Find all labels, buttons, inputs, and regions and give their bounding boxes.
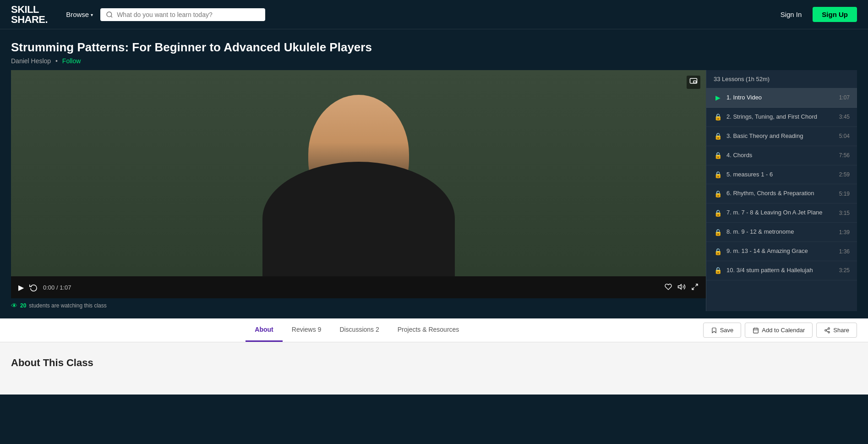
lock-icon: 🔒 bbox=[714, 267, 722, 274]
about-title: About This Class bbox=[11, 357, 857, 369]
play-circle-icon: ▶ bbox=[714, 94, 722, 101]
playlist-item-title: 6. Rhythm, Chords & Preparation bbox=[726, 190, 835, 197]
playlist-list: ▶1. Intro Video1:07🔒2. Strings, Tuning, … bbox=[706, 88, 857, 299]
video-section: ▶ 0:00 / 1:07 bbox=[11, 70, 857, 311]
add-to-calendar-button[interactable]: Add to Calendar bbox=[745, 323, 813, 338]
video-frame bbox=[11, 70, 706, 276]
playlist-item-title: 10. 3/4 stum pattern & Hallelujah bbox=[726, 267, 835, 274]
lock-icon: 🔒 bbox=[714, 229, 722, 236]
navbar: SKILL SHARE. Browse ▾ Sign In Sign Up bbox=[0, 0, 868, 29]
lock-icon: 🔒 bbox=[714, 209, 722, 217]
playlist-item-duration: 2:59 bbox=[839, 171, 850, 178]
svg-point-11 bbox=[828, 328, 830, 329]
chevron-down-icon: ▾ bbox=[91, 12, 93, 17]
playlist-item-title: 4. Chords bbox=[726, 152, 835, 159]
playlist-item[interactable]: 🔒10. 3/4 stum pattern & Hallelujah3:25 bbox=[706, 261, 857, 280]
playlist-item[interactable]: 🔒6. Rhythm, Chords & Preparation5:19 bbox=[706, 184, 857, 203]
playlist-item-duration: 5:19 bbox=[839, 191, 850, 197]
save-button[interactable]: Save bbox=[703, 323, 742, 338]
svg-point-12 bbox=[825, 329, 827, 331]
playlist-item-title: 2. Strings, Tuning, and First Chord bbox=[726, 113, 835, 121]
playlist-item-title: 7. m. 7 - 8 & Leaving On A Jet Plane bbox=[726, 209, 835, 217]
logo-text: SKILL SHARE. bbox=[11, 5, 48, 25]
playlist-item-title: 3. Basic Theory and Reading bbox=[726, 132, 835, 140]
playlist-item-duration: 3:45 bbox=[839, 114, 850, 120]
playlist-item-title: 8. m. 9 - 12 & metronome bbox=[726, 228, 835, 236]
svg-line-15 bbox=[826, 329, 828, 329]
about-section: About This Class bbox=[0, 342, 868, 395]
replay-button[interactable] bbox=[29, 283, 38, 291]
playlist-item[interactable]: 🔒5. measures 1 - 62:59 bbox=[706, 165, 857, 185]
svg-marker-4 bbox=[678, 284, 682, 289]
video-container: ▶ 0:00 / 1:07 bbox=[11, 70, 706, 311]
svg-line-1 bbox=[111, 16, 112, 17]
playlist-item-duration: 7:56 bbox=[839, 152, 850, 159]
tab-about[interactable]: About bbox=[246, 318, 282, 342]
main-content: Strumming Patterns: For Beginner to Adva… bbox=[0, 29, 868, 311]
lock-icon: 🔒 bbox=[714, 113, 722, 121]
bookmark-button[interactable] bbox=[665, 283, 672, 292]
svg-rect-7 bbox=[753, 328, 759, 333]
watching-badge: 👁 20 students are watching this class bbox=[11, 298, 706, 311]
playlist-item[interactable]: 🔒7. m. 7 - 8 & Leaving On A Jet Plane3:1… bbox=[706, 203, 857, 223]
share-button[interactable]: Share bbox=[816, 323, 857, 338]
svg-point-13 bbox=[828, 331, 830, 333]
tab-actions: Save Add to Calendar Share bbox=[703, 323, 857, 338]
playlist: 33 Lessons (1h 52m) ▶1. Intro Video1:07🔒… bbox=[706, 70, 857, 311]
svg-line-5 bbox=[695, 284, 698, 286]
search-input[interactable] bbox=[117, 11, 260, 18]
playlist-item-duration: 1:36 bbox=[839, 248, 850, 255]
tab-reviews[interactable]: Reviews 9 bbox=[283, 318, 331, 342]
lock-icon: 🔒 bbox=[714, 152, 722, 159]
tab-discussions[interactable]: Discussions 2 bbox=[330, 318, 388, 342]
playlist-item-title: 9. m. 13 - 14 & Amazing Grace bbox=[726, 247, 835, 255]
lock-icon: 🔒 bbox=[714, 248, 722, 255]
playlist-item[interactable]: ▶1. Intro Video1:07 bbox=[706, 88, 857, 108]
follow-link[interactable]: Follow bbox=[62, 57, 81, 65]
fullscreen-button[interactable] bbox=[691, 283, 699, 292]
video-controls: ▶ 0:00 / 1:07 bbox=[11, 276, 706, 298]
lock-icon: 🔒 bbox=[714, 190, 722, 197]
eye-icon: 👁 bbox=[11, 302, 17, 309]
nav-right: Sign In Sign Up bbox=[775, 7, 857, 22]
playlist-item[interactable]: 🔒4. Chords7:56 bbox=[706, 146, 857, 165]
svg-point-0 bbox=[107, 12, 112, 17]
video-thumbnail bbox=[11, 70, 706, 276]
playlist-item-duration: 3:15 bbox=[839, 210, 850, 216]
share-icon bbox=[824, 327, 830, 334]
tabs-bar: AboutReviews 9Discussions 2Projects & Re… bbox=[0, 318, 868, 342]
svg-rect-3 bbox=[693, 81, 696, 83]
search-bar bbox=[100, 8, 265, 21]
playlist-item-duration: 1:07 bbox=[839, 94, 850, 101]
play-button[interactable]: ▶ bbox=[18, 283, 24, 292]
playlist-item-duration: 1:39 bbox=[839, 229, 850, 236]
playlist-header: 33 Lessons (1h 52m) bbox=[706, 70, 857, 88]
sign-in-button[interactable]: Sign In bbox=[775, 8, 808, 21]
tabs-center: AboutReviews 9Discussions 2Projects & Re… bbox=[246, 318, 468, 342]
course-author-row: Daniel Heslop • Follow bbox=[11, 57, 857, 65]
logo[interactable]: SKILL SHARE. bbox=[11, 5, 48, 25]
playlist-item-duration: 3:25 bbox=[839, 267, 850, 274]
playlist-item[interactable]: 🔒3. Basic Theory and Reading5:04 bbox=[706, 127, 857, 146]
playlist-item-title: 1. Intro Video bbox=[726, 94, 835, 102]
svg-line-14 bbox=[826, 330, 828, 331]
time-display: 0:00 / 1:07 bbox=[43, 284, 71, 291]
author-name: Daniel Heslop bbox=[11, 57, 51, 65]
svg-line-6 bbox=[692, 287, 694, 290]
tab-projects---resources[interactable]: Projects & Resources bbox=[388, 318, 469, 342]
calendar-icon bbox=[753, 327, 759, 334]
pip-button[interactable] bbox=[687, 76, 700, 89]
browse-button[interactable]: Browse ▾ bbox=[62, 9, 97, 20]
playlist-item[interactable]: 🔒2. Strings, Tuning, and First Chord3:45 bbox=[706, 108, 857, 127]
lock-icon: 🔒 bbox=[714, 132, 722, 140]
playlist-item[interactable]: 🔒8. m. 9 - 12 & metronome1:39 bbox=[706, 223, 857, 242]
playlist-item-duration: 5:04 bbox=[839, 133, 850, 139]
volume-button[interactable] bbox=[677, 283, 686, 292]
sign-up-button[interactable]: Sign Up bbox=[813, 7, 857, 22]
search-icon bbox=[106, 11, 113, 18]
playlist-item-title: 5. measures 1 - 6 bbox=[726, 171, 835, 179]
bookmark-icon bbox=[711, 327, 717, 334]
playlist-item[interactable]: 🔒9. m. 13 - 14 & Amazing Grace1:36 bbox=[706, 242, 857, 261]
course-title: Strumming Patterns: For Beginner to Adva… bbox=[11, 40, 857, 55]
lock-icon: 🔒 bbox=[714, 171, 722, 178]
